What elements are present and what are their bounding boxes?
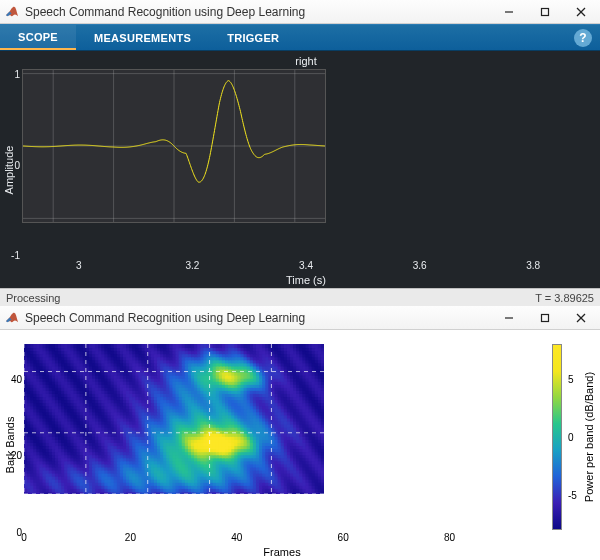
colorbar-ticks: -505 [568, 344, 576, 530]
spectrogram-xticks: 020406080 [24, 532, 540, 546]
matlab-logo-icon [4, 310, 19, 325]
scope-plot: Amplitude right -101 33.23.43.63.8 Time … [0, 51, 600, 288]
spectrogram-window-titlebar: Speech Command Recognition using Deep Le… [0, 306, 600, 330]
minimize-button[interactable] [494, 306, 524, 330]
scope-axes[interactable]: -101 [22, 69, 590, 260]
spectrogram-window-title: Speech Command Recognition using Deep Le… [25, 311, 305, 325]
scope-window-title: Speech Command Recognition using Deep Le… [25, 5, 305, 19]
matlab-logo-icon [4, 4, 19, 19]
toolstrip-tab-scope[interactable]: SCOPE [0, 25, 76, 50]
spectrogram-yticks: 02040 [2, 344, 22, 532]
scope-xlabel: Time (s) [22, 274, 590, 286]
close-button[interactable] [566, 0, 596, 24]
toolstrip-tab-trigger[interactable]: TRIGGER [209, 25, 297, 50]
spectrogram-canvas [24, 344, 324, 494]
scope-xticks: 33.23.43.63.8 [22, 260, 590, 274]
toolstrip-tab-measurements[interactable]: MEASUREMENTS [76, 25, 209, 50]
svg-rect-1 [542, 8, 549, 15]
spectrogram-axes[interactable]: 02040 [24, 344, 540, 532]
colorbar: -505 Power per band (dB/Band) [544, 330, 600, 560]
colorbar-label: Power per band (dB/Band) [582, 344, 596, 530]
scope-plot-title: right [22, 55, 590, 67]
scope-yticks: -101 [0, 69, 20, 260]
maximize-button[interactable] [530, 0, 560, 24]
help-button[interactable]: ? [574, 29, 592, 47]
spectrogram-xlabel: Frames [24, 546, 540, 558]
scope-window-titlebar: Speech Command Recognition using Deep Le… [0, 0, 600, 24]
close-button[interactable] [566, 306, 596, 330]
colorbar-gradient [552, 344, 562, 530]
status-right: T = 3.89625 [535, 292, 594, 304]
spectrogram-pane: Bark Bands 02040 020406080 Frames -505 P… [0, 330, 600, 560]
waveform-canvas [22, 69, 326, 223]
svg-rect-5 [542, 314, 549, 321]
scope-toolstrip: SCOPEMEASUREMENTSTRIGGER ? [0, 24, 600, 51]
status-bar: Processing T = 3.89625 [0, 288, 600, 306]
minimize-button[interactable] [494, 0, 524, 24]
status-left: Processing [6, 292, 60, 304]
maximize-button[interactable] [530, 306, 560, 330]
scope-pane: SCOPEMEASUREMENTSTRIGGER ? Amplitude rig… [0, 24, 600, 288]
